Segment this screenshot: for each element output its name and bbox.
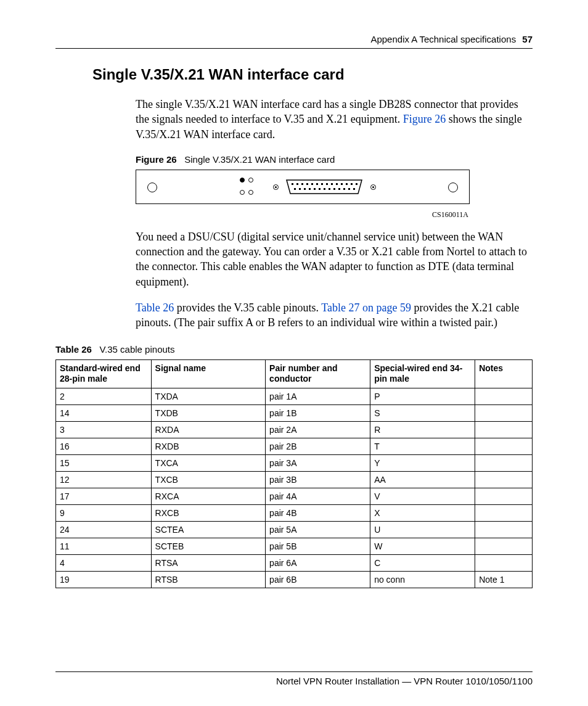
table-cell: 14 xyxy=(56,404,152,421)
col-signal-name: Signal name xyxy=(151,359,266,388)
table-caption-text: V.35 cable pinouts xyxy=(99,344,174,355)
table-cell: 2 xyxy=(56,388,152,404)
svg-rect-3 xyxy=(306,183,308,185)
table-cell: pair 1A xyxy=(266,388,370,404)
table-cell: RTSB xyxy=(151,571,266,588)
svg-rect-15 xyxy=(299,188,301,190)
svg-rect-22 xyxy=(333,188,335,190)
table-cell: 3 xyxy=(56,421,152,438)
table-cell: TXDB xyxy=(151,404,266,421)
table-row: 11SCTEBpair 5BW xyxy=(56,538,533,554)
table-cell: pair 3A xyxy=(266,454,370,471)
table-cell: 24 xyxy=(56,521,152,538)
table-cell: P xyxy=(370,388,475,404)
table-cell xyxy=(475,521,533,538)
table-cell: T xyxy=(370,438,475,454)
table-cell: pair 2A xyxy=(266,421,370,438)
table-cell: pair 4B xyxy=(266,504,370,521)
col-special-wired: Special-wired end 34-pin male xyxy=(370,359,475,388)
table-cell xyxy=(475,388,533,404)
svg-rect-4 xyxy=(311,183,313,185)
table-cell xyxy=(475,404,533,421)
table-cell: 15 xyxy=(56,454,152,471)
svg-rect-12 xyxy=(351,183,353,185)
svg-rect-26 xyxy=(353,188,355,190)
table-cell: RTSA xyxy=(151,554,266,571)
table-cell: pair 1B xyxy=(266,404,370,421)
table-cell xyxy=(475,454,533,471)
table-cell xyxy=(475,488,533,504)
table-cell: pair 2B xyxy=(266,438,370,454)
led-icon xyxy=(240,178,245,183)
svg-rect-0 xyxy=(292,183,293,185)
db-connector-icon xyxy=(284,179,364,195)
table-cell: RXCA xyxy=(151,488,266,504)
page-number: 57 xyxy=(522,34,533,44)
table-cell xyxy=(475,538,533,554)
table-caption: Table 26 V.35 cable pinouts xyxy=(55,344,533,355)
table-cell: R xyxy=(370,421,475,438)
table-cell: 12 xyxy=(56,471,152,488)
table-cell: 16 xyxy=(56,438,152,454)
table-row: 3RXDApair 2AR xyxy=(56,421,533,438)
table-cell: TXCA xyxy=(151,454,266,471)
table-26-link[interactable]: Table 26 xyxy=(136,302,174,314)
svg-rect-9 xyxy=(336,183,338,185)
table-cell: U xyxy=(370,521,475,538)
mounting-hole-icon xyxy=(147,183,157,192)
table-cell: 4 xyxy=(56,554,152,571)
table-cell xyxy=(475,504,533,521)
table-row: 4RTSApair 6AC xyxy=(56,554,533,571)
led-icon xyxy=(248,178,253,183)
col-standard-wired: Standard-wired end 28-pin male xyxy=(56,359,152,388)
table-cell xyxy=(475,438,533,454)
table-row: 14TXDBpair 1BS xyxy=(56,404,533,421)
table-cell xyxy=(475,554,533,571)
svg-rect-18 xyxy=(314,188,316,190)
table-27-link[interactable]: Table 27 on page 59 xyxy=(321,302,411,314)
svg-rect-21 xyxy=(329,188,330,190)
interface-card-figure xyxy=(136,170,470,204)
svg-rect-23 xyxy=(338,188,340,190)
table-row: 2TXDApair 1AP xyxy=(56,388,533,404)
figure-label: Figure 26 xyxy=(136,154,177,165)
figure-code: CS160011A xyxy=(136,210,468,220)
svg-rect-16 xyxy=(304,188,306,190)
table-cell: W xyxy=(370,538,475,554)
intro-paragraph-1: The single V.35/X.21 WAN interface card … xyxy=(136,97,533,142)
table-cell: pair 6B xyxy=(266,571,370,588)
svg-rect-1 xyxy=(296,183,298,185)
svg-rect-25 xyxy=(348,188,350,190)
table-cell xyxy=(475,471,533,488)
table-row: 9RXCBpair 4BX xyxy=(56,504,533,521)
table-cell xyxy=(475,421,533,438)
table-cell: pair 5B xyxy=(266,538,370,554)
svg-rect-13 xyxy=(356,183,357,185)
jackscrew-icon xyxy=(370,184,376,190)
figure-caption-text: Single V.35/X.21 WAN interface card xyxy=(184,154,335,165)
mounting-hole-icon xyxy=(448,183,458,192)
svg-rect-7 xyxy=(326,183,328,185)
table-cell: 9 xyxy=(56,504,152,521)
svg-rect-6 xyxy=(321,183,323,185)
svg-rect-8 xyxy=(331,183,333,185)
table-cell: Note 1 xyxy=(475,571,533,588)
table-cell: 11 xyxy=(56,538,152,554)
table-cell: no conn xyxy=(370,571,475,588)
table-cell: TXCB xyxy=(151,471,266,488)
body-paragraph-2: You need a DSU/CSU (digital service unit… xyxy=(136,229,533,289)
table-row: 15TXCApair 3AY xyxy=(56,454,533,471)
table-cell: Y xyxy=(370,454,475,471)
table-cell: RXCB xyxy=(151,504,266,521)
led-icon xyxy=(240,190,245,195)
table-cell: TXDA xyxy=(151,388,266,404)
footer-text: Nortel VPN Router Installation — VPN Rou… xyxy=(55,671,533,686)
col-notes: Notes xyxy=(475,359,533,388)
table-cell: pair 4A xyxy=(266,488,370,504)
svg-rect-20 xyxy=(324,188,325,190)
figure-26-link[interactable]: Figure 26 xyxy=(403,113,446,125)
svg-rect-24 xyxy=(343,188,345,190)
table-cell: 19 xyxy=(56,571,152,588)
pinout-table: Standard-wired end 28-pin male Signal na… xyxy=(55,359,533,588)
table-cell: pair 6A xyxy=(266,554,370,571)
